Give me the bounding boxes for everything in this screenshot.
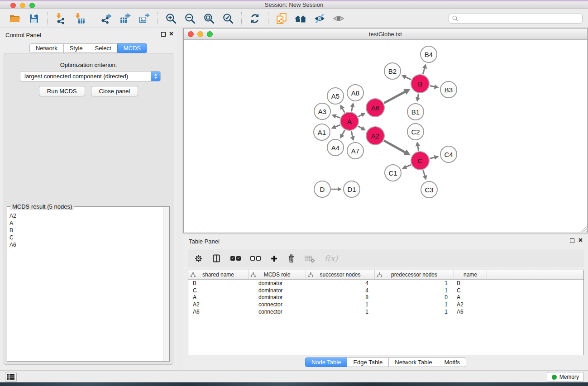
graph-node-C2[interactable]: C2 bbox=[407, 123, 424, 140]
apply-layout-icon[interactable] bbox=[248, 11, 262, 26]
table-row[interactable]: A6connector11A6 bbox=[188, 308, 583, 315]
export-image-icon[interactable] bbox=[137, 11, 152, 26]
close-panel-icon[interactable]: × bbox=[169, 30, 173, 38]
network-zoom-icon[interactable] bbox=[207, 31, 213, 37]
column-header-predecessor-nodes[interactable]: predecessor nodes bbox=[375, 270, 454, 279]
show-graphics-details-icon[interactable] bbox=[331, 11, 346, 26]
hide-graphics-details-icon[interactable] bbox=[312, 11, 327, 26]
zoom-window-icon[interactable] bbox=[29, 3, 35, 8]
criterion-select[interactable]: largest connected component (directed) bbox=[20, 71, 161, 81]
mcds-result-item[interactable]: C bbox=[10, 234, 162, 241]
float-panel-icon[interactable] bbox=[570, 238, 574, 243]
mcds-result-item[interactable]: A2 bbox=[10, 212, 162, 219]
mcds-result-item[interactable]: B bbox=[10, 227, 162, 234]
zoom-selected-icon[interactable] bbox=[221, 11, 235, 26]
table-row[interactable]: Bdominator41B bbox=[188, 280, 583, 287]
close-panel-button[interactable]: Close panel bbox=[91, 86, 139, 96]
toolbar-separator bbox=[268, 12, 268, 25]
duplicate-network-icon[interactable] bbox=[274, 11, 289, 26]
column-header-MCDS-role[interactable]: MCDS role bbox=[249, 270, 306, 279]
table-row[interactable]: A2connector11A2 bbox=[188, 301, 583, 308]
export-table-icon[interactable] bbox=[118, 11, 133, 26]
graph-node-C3[interactable]: C3 bbox=[421, 181, 438, 198]
minimize-window-icon[interactable] bbox=[20, 3, 25, 8]
add-column-icon[interactable] bbox=[270, 255, 278, 262]
zoom-out-icon[interactable] bbox=[183, 11, 197, 26]
search-field[interactable] bbox=[449, 14, 583, 24]
delete-column-trash-icon[interactable] bbox=[287, 254, 295, 263]
graph-node-A[interactable]: A bbox=[340, 112, 359, 131]
zoom-fit-icon[interactable] bbox=[202, 11, 216, 26]
tab-select[interactable]: Select bbox=[89, 43, 118, 53]
tab-node-table[interactable]: Node Table bbox=[305, 357, 348, 367]
column-header-shared-name[interactable]: shared name bbox=[188, 270, 249, 279]
task-history-list-icon[interactable] bbox=[5, 372, 17, 382]
mcds-result-list[interactable]: A2ABCA6 bbox=[10, 212, 162, 360]
import-network-icon[interactable] bbox=[53, 11, 68, 26]
memory-label: Memory bbox=[559, 374, 579, 380]
mcds-result-group: MCDS result (5 nodes) A2ABCA6 bbox=[7, 206, 170, 362]
column-header-successor-nodes[interactable]: successor nodes bbox=[306, 270, 375, 279]
select-stepper-icon bbox=[151, 71, 160, 81]
memory-button[interactable]: Memory bbox=[547, 372, 584, 382]
graph-node-D[interactable]: D bbox=[314, 181, 331, 198]
graph-node-D1[interactable]: D1 bbox=[343, 181, 360, 198]
graph-node-A4[interactable]: A4 bbox=[327, 139, 344, 156]
show-all-networks-icon[interactable] bbox=[293, 11, 308, 26]
result-list-scrollbar[interactable] bbox=[163, 207, 169, 361]
graph-node-A5[interactable]: A5 bbox=[327, 87, 344, 105]
open-session-icon[interactable] bbox=[8, 11, 22, 26]
graph-node-B3[interactable]: B3 bbox=[440, 81, 457, 98]
desktop-wallpaper-strip-bottom bbox=[0, 382, 588, 386]
column-header-name[interactable]: name bbox=[454, 270, 487, 279]
tab-edge-table[interactable]: Edge Table bbox=[347, 357, 389, 367]
graph-node-A6[interactable]: A6 bbox=[366, 98, 385, 117]
table-toolbar: ✓✓ f(x) bbox=[188, 249, 584, 267]
graph-node-A2[interactable]: A2 bbox=[366, 126, 385, 145]
node-table-body: Bdominator41BCdominator41CAdominator80AA… bbox=[188, 280, 583, 315]
tab-mcds[interactable]: MCDS bbox=[117, 43, 147, 53]
graph-node-A3[interactable]: A3 bbox=[314, 103, 331, 120]
column-settings-gear-icon[interactable] bbox=[194, 254, 203, 263]
network-window-traffic-lights bbox=[188, 31, 213, 37]
select-all-icon[interactable]: ✓✓ bbox=[230, 256, 241, 261]
deselect-all-icon[interactable] bbox=[250, 256, 261, 261]
graph-node-A8[interactable]: A8 bbox=[347, 84, 364, 101]
network-canvas[interactable]: AA1A2A3A4A5A6A7A8BB1B2B3B4CC1C2C3C4DD1 bbox=[184, 40, 587, 233]
float-panel-icon[interactable] bbox=[161, 32, 166, 37]
close-panel-icon[interactable]: × bbox=[578, 237, 583, 244]
close-window-icon[interactable] bbox=[10, 3, 16, 8]
export-network-icon[interactable] bbox=[99, 11, 114, 26]
tab-motifs[interactable]: Motifs bbox=[438, 357, 466, 367]
graph-node-A1[interactable]: A1 bbox=[313, 124, 330, 141]
zoom-in-icon[interactable] bbox=[164, 11, 178, 26]
search-input[interactable] bbox=[460, 15, 579, 22]
network-minimize-icon[interactable] bbox=[197, 31, 203, 37]
graph-node-C4[interactable]: C4 bbox=[440, 146, 457, 163]
import-table-icon[interactable] bbox=[72, 11, 87, 26]
tab-network-table[interactable]: Network Table bbox=[388, 357, 438, 367]
search-icon bbox=[452, 15, 458, 21]
network-close-icon[interactable] bbox=[188, 31, 194, 37]
graph-node-B4[interactable]: B4 bbox=[420, 46, 437, 63]
tab-network[interactable]: Network bbox=[29, 43, 64, 53]
save-session-icon[interactable] bbox=[27, 11, 41, 26]
network-window-title: testGlobe.txt bbox=[369, 31, 402, 38]
control-panel-header: Control Panel × bbox=[0, 28, 177, 42]
graph-node-B1[interactable]: B1 bbox=[407, 103, 424, 120]
graph-node-C[interactable]: C bbox=[411, 151, 430, 170]
table-mode-columns-icon[interactable] bbox=[212, 254, 221, 263]
mcds-result-item[interactable]: A bbox=[10, 219, 162, 227]
mcds-result-item[interactable]: A6 bbox=[10, 241, 162, 248]
table-row[interactable]: Cdominator41C bbox=[188, 287, 583, 294]
main-toolbar bbox=[0, 9, 588, 28]
graph-node-B[interactable]: B bbox=[411, 74, 430, 93]
delete-table-icon bbox=[305, 254, 315, 263]
network-window-titlebar[interactable]: testGlobe.txt bbox=[184, 29, 587, 40]
graph-node-A7[interactable]: A7 bbox=[347, 142, 364, 159]
tab-style[interactable]: Style bbox=[63, 43, 89, 53]
table-row[interactable]: Adominator80A bbox=[188, 294, 583, 301]
graph-node-C1[interactable]: C1 bbox=[384, 164, 402, 181]
graph-node-B2[interactable]: B2 bbox=[384, 62, 401, 80]
run-mcds-button[interactable]: Run MCDS bbox=[39, 86, 85, 96]
